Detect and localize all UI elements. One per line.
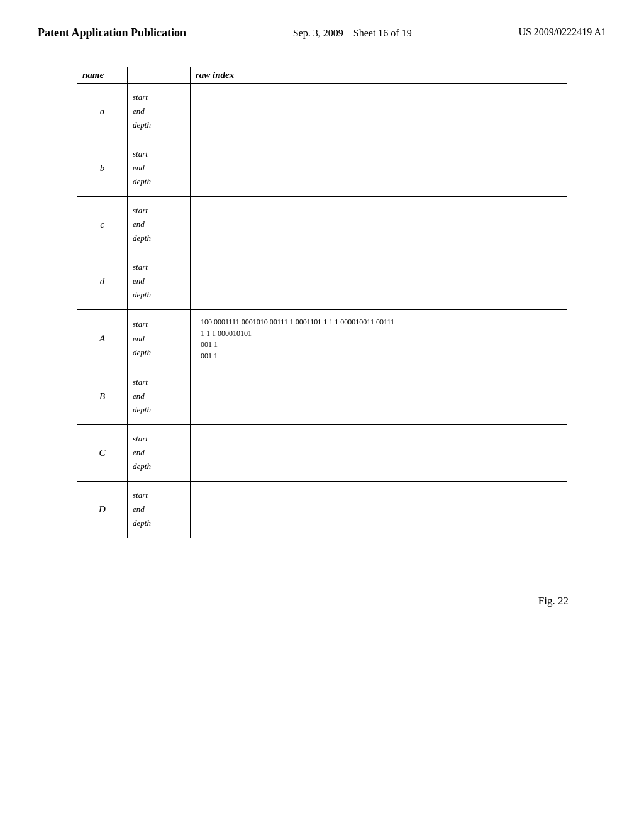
fig-number: Fig. 22 <box>538 595 569 607</box>
cell-rawindex-D <box>191 481 567 538</box>
table-header-row: name raw index <box>77 67 567 83</box>
col-header-name: name <box>77 67 128 83</box>
cell-fields-a: startenddepth <box>128 83 191 140</box>
cell-rawindex-C <box>191 424 567 481</box>
publication-date-sheet: Sep. 3, 2009 Sheet 16 of 19 <box>293 25 412 42</box>
cell-rawindex-A: 100 0001111 0001010 00111 1 0001101 1 1 … <box>191 309 567 368</box>
cell-fields-D: startenddepth <box>128 481 191 538</box>
table-row: c startenddepth <box>77 196 567 253</box>
publication-title: Patent Application Publication <box>38 25 186 41</box>
cell-rawindex-d <box>191 253 567 309</box>
table-row: b startenddepth <box>77 140 567 196</box>
data-table: name raw index a startenddepth b starten… <box>77 67 567 538</box>
cell-name-A: A <box>77 309 128 368</box>
table-row: d startenddepth <box>77 253 567 309</box>
cell-name-B: B <box>77 368 128 424</box>
table-row: C startenddepth <box>77 424 567 481</box>
cell-name-C: C <box>77 424 128 481</box>
figure-label: Fig. 22 <box>0 576 644 607</box>
publication-number: US 2009/0222419 A1 <box>518 25 606 39</box>
cell-rawindex-B <box>191 368 567 424</box>
main-content: name raw index a startenddepth b starten… <box>0 54 644 576</box>
cell-name-b: b <box>77 140 128 196</box>
cell-fields-d: startenddepth <box>128 253 191 309</box>
table-row: a startenddepth <box>77 83 567 140</box>
table-row: B startenddepth <box>77 368 567 424</box>
cell-fields-c: startenddepth <box>128 196 191 253</box>
cell-rawindex-c <box>191 196 567 253</box>
cell-rawindex-b <box>191 140 567 196</box>
col-header-fields <box>128 67 191 83</box>
table-row: A startenddepth 100 0001111 0001010 0011… <box>77 309 567 368</box>
cell-fields-C: startenddepth <box>128 424 191 481</box>
cell-name-c: c <box>77 196 128 253</box>
table-row: D startenddepth <box>77 481 567 538</box>
publication-date: Sep. 3, 2009 <box>293 28 343 38</box>
cell-fields-B: startenddepth <box>128 368 191 424</box>
cell-fields-b: startenddepth <box>128 140 191 196</box>
page-header: Patent Application Publication Sep. 3, 2… <box>0 0 644 54</box>
cell-rawindex-a <box>191 83 567 140</box>
col-header-rawindex: raw index <box>191 67 567 83</box>
cell-name-a: a <box>77 83 128 140</box>
cell-name-D: D <box>77 481 128 538</box>
cell-name-d: d <box>77 253 128 309</box>
cell-fields-A: startenddepth <box>128 309 191 368</box>
sheet-info: Sheet 16 of 19 <box>353 28 412 38</box>
